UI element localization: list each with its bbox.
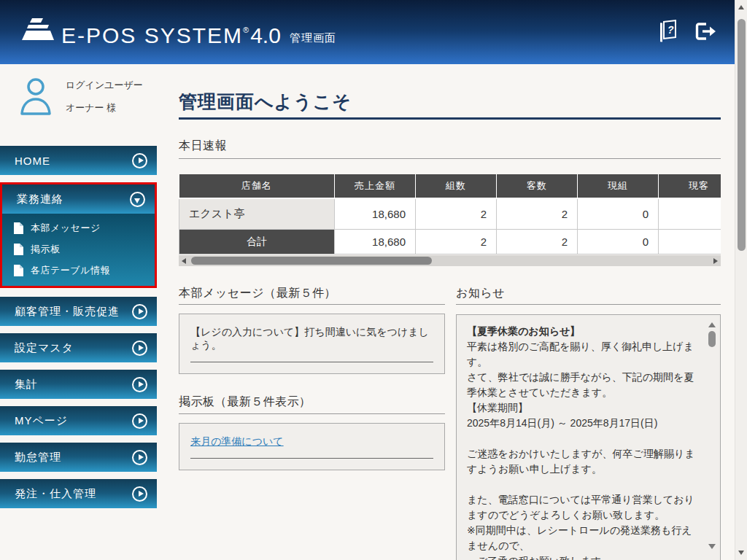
notice-heading: 【夏季休業のお知らせ】 — [467, 324, 698, 339]
scroll-right-arrow-icon[interactable] — [713, 258, 718, 264]
user-icon — [16, 76, 55, 146]
submenu-item-keijiban[interactable]: 掲示板 — [2, 238, 155, 260]
notice-line: 【休業期間】 — [467, 400, 698, 416]
notice-line: ※同期間中は、レシートロールの発送業務も行えませんので、 — [467, 523, 698, 553]
main-content: 管理画面へようこそ 本日速報 店舗名 売上金額 組数 客数 現組 現客 エク — [179, 64, 721, 560]
col-header-guests: 客数 — [497, 174, 578, 198]
registered-mark: ® — [243, 26, 249, 34]
sidebar-item-home[interactable]: HOME — [0, 146, 157, 175]
sidebar-menu: HOME 業務連絡 本部メッセージ 掲示板 — [0, 146, 157, 508]
right-column: お知らせ 【夏季休業のお知らせ】 平素は格別のご高配を賜り、厚く御礼申し上げます… — [456, 281, 721, 560]
submenu-item-honbu-message[interactable]: 本部メッセージ — [2, 217, 155, 238]
notice-scrollbar-thumb[interactable] — [708, 331, 716, 347]
scroll-up-arrow-icon[interactable] — [738, 5, 744, 9]
app-title: E-POS SYSTEM® — [61, 25, 249, 47]
sidebar-item-mypage[interactable]: MYページ — [0, 406, 157, 435]
document-icon — [14, 244, 23, 255]
login-user-label: ログインユーザー — [66, 79, 143, 92]
sidebar-group-gyomu-renraku-highlighted: 業務連絡 本部メッセージ 掲示板 — [0, 182, 157, 288]
scroll-down-arrow-icon[interactable] — [708, 544, 716, 549]
page-vertical-scrollbar[interactable] — [735, 0, 747, 560]
app-version: 4.0 — [250, 25, 281, 47]
table-horizontal-scrollbar[interactable] — [179, 255, 721, 266]
document-icon — [14, 222, 23, 234]
board-item: 来月の準備について — [190, 435, 433, 459]
sidebar-item-kokyaku-kanri[interactable]: 顧客管理・販売促進 — [0, 297, 157, 326]
sidebar-item-gyomu-renraku[interactable]: 業務連絡 — [2, 184, 155, 214]
sidebar-item-settei-master[interactable]: 設定マスタ — [0, 333, 157, 362]
store-name-cell: エクスト亭 — [179, 198, 335, 230]
total-guests-cell: 2 — [497, 230, 578, 254]
current-groups-cell: 0 — [578, 198, 659, 230]
scroll-up-arrow-icon[interactable] — [708, 322, 716, 327]
notice-line — [467, 477, 698, 492]
notice-scrollbar[interactable] — [708, 315, 716, 560]
col-header-current-guests: 現客 — [659, 174, 721, 198]
table-header-row: 店舗名 売上金額 組数 客数 現組 現客 — [179, 174, 721, 198]
help-book-shape: ? — [663, 20, 676, 39]
flash-report-table-wrap: 店舗名 売上金額 組数 客数 現組 現客 エクスト亭 18,680 2 2 0 — [179, 174, 721, 267]
page-title: 管理画面へようこそ — [179, 92, 721, 120]
notice-line — [467, 431, 698, 446]
app-subtitle: 管理画面 — [290, 31, 336, 45]
submenu-item-kakuten-table[interactable]: 各店テーブル情報 — [2, 260, 155, 281]
notice-box: 【夏季休業のお知らせ】 平素は格別のご高配を賜り、厚く御礼申し上げます。 さて、… — [456, 314, 721, 560]
help-icon[interactable]: ? — [659, 20, 678, 42]
app-logo: E-POS SYSTEM® 4.0 管理画面 — [20, 18, 336, 47]
flash-report-title: 本日速報 — [179, 139, 721, 159]
notice-line: 平素は格別のご高配を賜り、厚く御礼申し上げます。 — [467, 339, 698, 370]
total-groups-cell: 2 — [416, 230, 497, 254]
sidebar-item-hacchu-shiire[interactable]: 発注・仕入管理 — [0, 479, 157, 508]
circle-arrow-right-icon — [132, 153, 147, 168]
current-guests-cell — [659, 198, 721, 230]
guests-cell: 2 — [497, 198, 578, 230]
notice-line: 2025年8月14日(月) ～ 2025年8月17日(日) — [467, 416, 698, 431]
circle-arrow-down-icon — [130, 192, 145, 207]
notice-content: 【夏季休業のお知らせ】 平素は格別のご高配を賜り、厚く御礼申し上げます。 さて、… — [467, 324, 698, 560]
table-total-row: 合計 18,680 2 2 0 — [179, 230, 721, 254]
login-user-name: オーナー 様 — [66, 101, 143, 114]
notice-line: ご了承の程お願い致します。 — [467, 553, 698, 560]
circle-arrow-right-icon — [132, 377, 147, 392]
hq-messages-box: 【レジの入力について】打ち間違いに気をつけましょう。 — [179, 314, 445, 374]
table-row: エクスト亭 18,680 2 2 0 — [179, 198, 721, 230]
notice-title: お知らせ — [456, 286, 721, 305]
page-scrollbar-thumb[interactable] — [738, 19, 746, 251]
epos-logo-icon — [20, 18, 54, 45]
circle-arrow-right-icon — [132, 486, 147, 502]
col-header-groups: 組数 — [416, 174, 497, 198]
circle-arrow-right-icon — [132, 413, 147, 429]
notice-line: さて、弊社では誠に勝手ながら、下記の期間を夏季休業とさせていただきます。 — [467, 370, 698, 400]
flash-report-table: 店舗名 売上金額 組数 客数 現組 現客 エクスト亭 18,680 2 2 0 — [179, 174, 721, 255]
total-current-guests-cell — [659, 230, 721, 254]
app-header: E-POS SYSTEM® 4.0 管理画面 ? — [0, 0, 735, 64]
groups-cell: 2 — [416, 198, 497, 230]
horizontal-scrollbar-thumb[interactable] — [191, 257, 432, 265]
col-header-sales: 売上金額 — [335, 174, 416, 198]
document-icon — [14, 265, 23, 276]
hq-message-item: 【レジの入力について】打ち間違いに気をつけましょう。 — [190, 326, 433, 362]
circle-arrow-right-icon — [132, 304, 147, 319]
sidebar-item-shukei[interactable]: 集計 — [0, 370, 157, 399]
scroll-left-arrow-icon[interactable] — [182, 258, 186, 264]
board-box: 来月の準備について — [179, 423, 445, 470]
sidebar: ログインユーザー オーナー 様 HOME 業務連絡 本部メッセージ — [0, 64, 157, 516]
notice-line: また、電話窓口については平常通り営業しておりますのでどうぞよろしくお願い致します… — [467, 492, 698, 523]
circle-arrow-right-icon — [132, 450, 147, 465]
notice-line: ご迷惑をおかけいたしますが、何卒ご理解賜りますようお願い申し上げます。 — [467, 446, 698, 477]
total-current-groups-cell: 0 — [578, 230, 659, 254]
left-column: 本部メッセージ（最新５件） 【レジの入力について】打ち間違いに気をつけましょう。… — [179, 281, 445, 560]
sales-cell: 18,680 — [335, 198, 416, 230]
col-header-store: 店舗名 — [179, 174, 335, 198]
logout-icon[interactable] — [694, 20, 717, 45]
total-label-cell: 合計 — [179, 230, 335, 254]
submenu-gyomu-renraku: 本部メッセージ 掲示板 各店テーブル情報 — [2, 214, 155, 286]
board-title: 掲示板（最新５件表示） — [179, 394, 445, 413]
login-user-block: ログインユーザー オーナー 様 — [0, 64, 157, 146]
sidebar-item-kintai-kanri[interactable]: 勤怠管理 — [0, 443, 157, 472]
scroll-down-arrow-icon[interactable] — [738, 551, 744, 555]
total-sales-cell: 18,680 — [335, 230, 416, 254]
board-item-link[interactable]: 来月の準備について — [190, 435, 284, 447]
col-header-current-groups: 現組 — [578, 174, 659, 198]
circle-arrow-right-icon — [132, 341, 147, 356]
